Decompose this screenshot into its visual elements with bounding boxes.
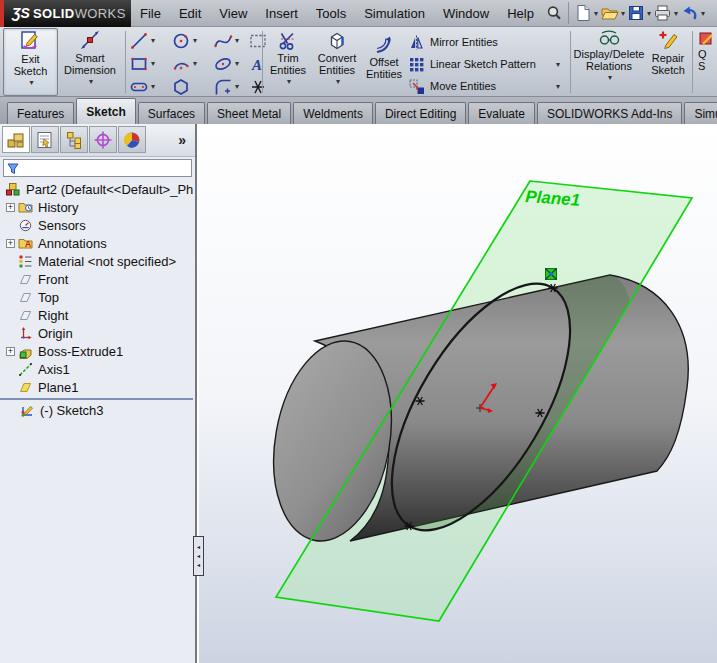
feature-manager-panel: » Part2 (Default<<Default>_Photo + Histo… [0,124,197,663]
trim-entities-button[interactable]: Trim Entities ▾ [266,28,310,94]
dropdown-arrow-icon[interactable]: ▾ [647,9,651,18]
menu-simulation[interactable]: Simulation [355,0,434,27]
menu-edit[interactable]: Edit [170,0,210,27]
tree-item-origin[interactable]: Origin [0,324,193,342]
dropdown-arrow-icon[interactable]: ▾ [235,82,239,91]
tree-rollback-separator[interactable] [0,398,193,400]
move-entities-button[interactable]: Move Entities ▾ [408,76,496,96]
tab-solidworks-add-ins[interactable]: SOLIDWORKS Add-Ins [537,102,682,124]
viewport-3d[interactable]: Plane1 [199,124,717,663]
dropdown-arrow-icon[interactable]: ▾ [556,82,560,91]
display-delete-relations-button[interactable]: Display/Delete Relations ▾ [574,28,644,94]
panel-splitter-handle[interactable]: ◂ ◂ ◂ [193,536,204,576]
tree-item-history[interactable]: + History [0,198,193,216]
tab-evaluate[interactable]: Evaluate [468,102,535,124]
polygon-tool-button[interactable] [171,76,191,97]
dropdown-arrow-icon[interactable]: ▾ [89,76,93,88]
toolbar-separator [125,31,126,93]
tree-filter-box[interactable] [3,159,192,177]
tree-item-front-plane[interactable]: Front [0,270,193,288]
plane1-label[interactable]: Plane1 [525,187,581,210]
offset-entities-button[interactable]: Offset Entities [360,32,408,94]
dropdown-arrow-icon[interactable]: ▾ [235,59,239,68]
tab-displaymanager[interactable] [118,126,146,153]
tab-features[interactable]: Features [7,102,74,124]
menu-window[interactable]: Window [434,0,498,27]
tree-item-material[interactable]: Material <not specified> [0,252,193,270]
tree-item-annotations[interactable]: + A Annotations [0,234,193,252]
print-button[interactable]: ▾ [653,4,678,22]
tree-item-part[interactable]: Part2 (Default<<Default>_Photo [0,180,193,198]
menu-insert[interactable]: Insert [256,0,307,27]
display-delete-relations-icon [597,28,621,48]
smart-dimension-button[interactable]: Smart Dimension ▾ [58,28,122,94]
expand-plus-icon[interactable]: + [6,203,15,212]
tree-item-boss-extrude1[interactable]: + Boss-Extrude1 [0,342,193,360]
tab-weldments[interactable]: Weldments [293,102,373,124]
tab-surfaces[interactable]: Surfaces [138,102,205,124]
menu-help[interactable]: Help [498,0,543,27]
tree-item-sensors[interactable]: Sensors [0,216,193,234]
sketch-point-selected[interactable] [546,269,557,280]
open-button[interactable]: ▾ [600,4,625,22]
tab-featuremanager-tree[interactable] [2,126,30,153]
dropdown-arrow-icon[interactable]: ▾ [287,76,291,88]
convert-entities-button[interactable]: Convert Entities ▾ [312,28,362,94]
rectangle-tool-button[interactable]: ▾ [129,53,155,74]
text-tool-button[interactable]: A [248,53,268,74]
menu-view[interactable]: View [210,0,256,27]
graphics-area[interactable]: Plane1 [199,124,717,663]
expand-plus-icon[interactable]: + [6,347,15,356]
save-button[interactable]: ▾ [627,4,651,22]
repair-sketch-button[interactable]: Repair Sketch [646,30,690,94]
tree-filter-input[interactable] [20,161,191,175]
dropdown-arrow-icon[interactable]: ▾ [193,36,197,45]
linear-sketch-pattern-button[interactable]: Linear Sketch Pattern ▾ [408,54,536,74]
tree-item-plane1[interactable]: Plane1 [0,378,193,396]
tab-propertymanager[interactable] [31,126,59,153]
tab-dimxpertmanager[interactable] [89,126,117,153]
slot-tool-button[interactable]: ▾ [129,76,155,97]
propertymanager-icon [35,130,55,150]
line-tool-button[interactable]: ▾ [129,30,155,51]
dropdown-arrow-icon[interactable]: ▾ [151,82,155,91]
fillet-tool-button[interactable]: ▾ [213,76,239,97]
exit-sketch-button[interactable]: Exit Sketch ▾ [3,28,58,96]
tab-sheet-metal[interactable]: Sheet Metal [207,102,291,124]
dropdown-arrow-icon[interactable]: ▾ [621,9,625,18]
tree-item-axis1[interactable]: Axis1 [0,360,193,378]
undo-button[interactable]: ▾ [680,4,705,22]
dropdown-arrow-icon[interactable]: ▾ [151,36,155,45]
point-tool-button[interactable] [248,76,268,97]
tab-configurationmanager[interactable] [60,126,88,153]
tree-item-sketch3[interactable]: (-) Sketch3 [0,401,193,419]
dropdown-arrow-icon[interactable]: ▾ [674,9,678,18]
circle-tool-button[interactable]: ▾ [171,30,197,51]
spline-tool-button[interactable]: ▾ [213,30,239,51]
dropdown-arrow-icon[interactable]: ▾ [594,9,598,18]
ellipse-tool-button[interactable]: ▾ [213,53,239,74]
dropdown-arrow-icon[interactable]: ▾ [151,59,155,68]
dropdown-arrow-icon[interactable]: ▾ [29,77,33,89]
menu-tools[interactable]: Tools [307,0,355,27]
dropdown-arrow-icon[interactable]: ▾ [701,9,705,18]
tab-simulation[interactable]: Simulation [684,102,717,124]
search-icon[interactable] [545,4,563,22]
sketch-picture-tool-button[interactable] [248,30,268,51]
tree-item-top-plane[interactable]: Top [0,288,193,306]
dropdown-arrow-icon[interactable]: ▾ [336,76,340,88]
menu-file[interactable]: File [131,0,170,27]
panel-overflow-chevrons[interactable]: » [178,132,193,148]
expand-plus-icon[interactable]: + [6,239,15,248]
mirror-entities-button[interactable]: Mirror Entities [408,32,498,52]
dropdown-arrow-icon[interactable]: ▾ [235,36,239,45]
dropdown-arrow-icon[interactable]: ▾ [556,60,560,69]
dropdown-arrow-icon[interactable]: ▾ [193,59,197,68]
arc-tool-button[interactable]: ▾ [171,53,197,74]
tab-sketch[interactable]: Sketch [76,98,135,124]
tree-item-right-plane[interactable]: Right [0,306,193,324]
tab-direct-editing[interactable]: Direct Editing [375,102,466,124]
dropdown-arrow-icon[interactable]: ▾ [608,72,612,84]
quick-snaps-button[interactable]: Q S [698,28,717,94]
new-document-button[interactable]: ▾ [574,4,598,22]
